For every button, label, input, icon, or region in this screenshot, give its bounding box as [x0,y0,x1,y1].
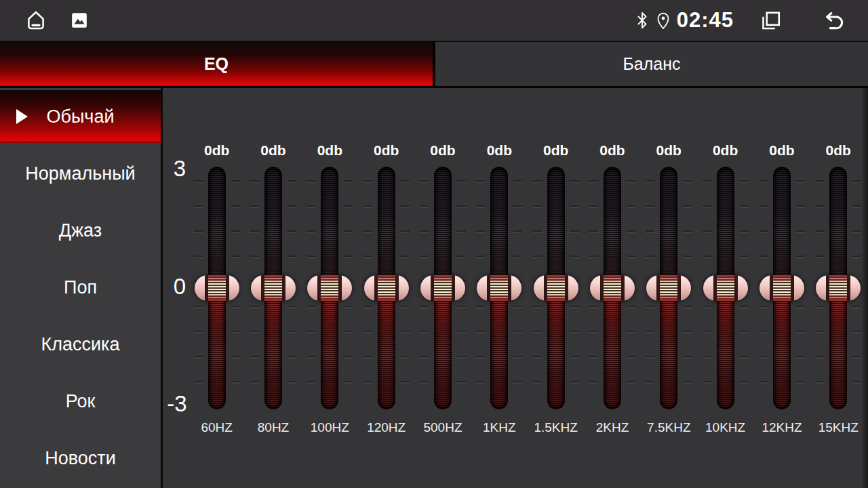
preset-jazz[interactable]: Джаз [0,202,161,259]
slider-thumb[interactable] [703,275,748,301]
tab-eq-label: EQ [204,54,229,74]
slider-track-area [753,167,810,409]
slider-track-area [358,167,414,409]
slider-thumb[interactable] [590,275,635,301]
eq-band-12khz: 0db 12KHZ [753,88,810,488]
clock: 02:45 [677,8,734,33]
freq-label: 1.5KHZ [534,420,577,435]
slider-thumb[interactable] [364,275,409,301]
scale-label-mid: 0 [165,274,194,300]
back-icon[interactable] [821,9,845,31]
gain-label: 0db [204,142,229,160]
eq-page: Обычай Нормальный Джаз Поп Классика Рок … [0,88,868,488]
location-icon [655,11,671,30]
preset-label: Поп [64,277,97,298]
freq-label: 12KHZ [762,420,802,435]
head-unit-screen: 02:45 EQ Баланс [0,0,868,488]
preset-pop[interactable]: Поп [0,259,161,316]
scale-label-top: 3 [165,156,194,182]
slider-track-area [697,167,753,409]
freq-label: 1KHZ [483,420,516,435]
preset-label: Джаз [59,220,102,241]
gain-label: 0db [826,142,851,160]
gain-label: 0db [599,142,625,160]
gain-label: 0db [317,142,342,160]
home-icon[interactable] [24,9,47,32]
eq-band-15khz: 0db 15KHZ [810,88,867,488]
preset-label: Нормальный [25,163,135,184]
eq-band-60hz: 0db 60HZ [189,88,245,488]
preset-rock[interactable]: Рок [0,373,161,430]
freq-label: 500HZ [423,420,462,435]
selected-arrow-icon [16,109,28,124]
slider-thumb[interactable] [420,275,465,301]
gain-label: 0db [543,142,568,160]
eq-band-120hz: 0db 120HZ [358,88,414,488]
freq-label: 100HZ [311,420,349,435]
slider-thumb[interactable] [646,275,691,301]
gain-label: 0db [374,142,399,160]
tab-eq[interactable]: EQ [0,42,433,86]
slider-track-area [641,167,697,409]
gain-label: 0db [769,142,794,160]
eq-band-500hz: 0db 500HZ [414,88,471,488]
preset-label: Новости [45,448,116,469]
slider-track-area [302,167,358,409]
freq-label: 2KHZ [596,420,629,435]
eq-band-7-5khz: 0db 7.5KHZ [641,88,697,488]
preset-custom[interactable]: Обычай [0,90,161,143]
slider-thumb[interactable] [534,275,578,301]
eq-slider-board: 3 0 -3 0db 60HZ 0db [163,88,868,488]
gain-label: 0db [656,142,682,160]
eq-band-2khz: 0db 2KHZ [584,88,640,488]
recent-apps-icon[interactable] [758,8,783,33]
freq-label: 10KHZ [705,420,745,435]
slider-track-area [528,167,584,409]
slider-thumb[interactable] [760,275,804,301]
preset-label: Рок [66,391,96,412]
slider-track-area [471,167,528,409]
preset-sidebar: Обычай Нормальный Джаз Поп Классика Рок … [0,88,163,488]
slider-track-area [245,167,301,409]
tab-balance[interactable]: Баланс [435,42,868,86]
preset-label: Обычай [46,106,114,127]
eq-band-1khz: 0db 1KHZ [471,88,528,488]
freq-label: 7.5KHZ [647,420,690,435]
eq-band-100hz: 0db 100HZ [302,88,358,488]
preset-classic[interactable]: Классика [0,316,161,373]
slider-thumb[interactable] [195,275,239,301]
slider-track-area [810,167,867,409]
slider-track-area [189,167,245,409]
gain-label: 0db [430,142,455,160]
gallery-icon[interactable] [71,12,88,29]
preset-normal[interactable]: Нормальный [0,145,161,202]
gain-label: 0db [260,142,285,160]
freq-label: 120HZ [367,420,406,435]
slider-thumb[interactable] [251,275,296,301]
slider-track-area [414,167,471,409]
scale-label-bottom: -3 [163,391,191,417]
gain-label: 0db [487,142,512,160]
tab-balance-label: Баланс [623,54,680,74]
preset-label: Классика [41,334,119,355]
gain-label: 0db [713,142,738,160]
tab-bar: EQ Баланс [0,42,868,88]
slider-row: 0db 60HZ 0db 80HZ 0db [189,88,867,488]
eq-band-10khz: 0db 10KHZ [697,88,753,488]
eq-band-1-5khz: 0db 1.5KHZ [528,88,584,488]
slider-thumb[interactable] [477,275,521,301]
freq-label: 80HZ [258,420,289,435]
slider-thumb[interactable] [307,275,352,301]
freq-label: 60HZ [201,420,232,435]
slider-track-area [584,167,640,409]
slider-thumb[interactable] [816,275,861,301]
preset-news[interactable]: Новости [0,430,161,487]
bluetooth-icon [635,10,650,30]
freq-label: 15KHZ [818,420,859,435]
status-bar: 02:45 [0,0,868,42]
eq-band-80hz: 0db 80HZ [245,88,301,488]
